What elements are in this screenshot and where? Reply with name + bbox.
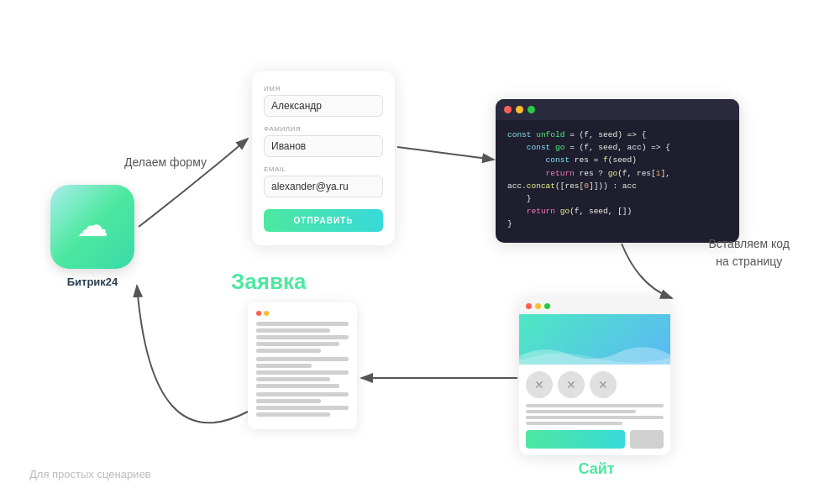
zd-red bbox=[256, 311, 261, 316]
site-icons: ✕ ✕ ✕ bbox=[526, 371, 664, 398]
site-dot-green bbox=[544, 303, 550, 309]
zayavka-card bbox=[248, 302, 357, 429]
line-w60-1 bbox=[256, 364, 312, 368]
zayavka-lines-1 bbox=[256, 322, 349, 353]
site-btn-gray bbox=[630, 430, 664, 449]
bitrix-label: Битрик24 bbox=[50, 276, 134, 288]
cloud-icon: ☁ bbox=[76, 209, 108, 241]
site-btn-green bbox=[526, 430, 625, 449]
line-w70-2 bbox=[256, 399, 321, 403]
line-w80-2 bbox=[256, 377, 330, 381]
code-titlebar bbox=[496, 99, 739, 120]
vstavlyaem-kod-label: Вставляем кодна страницу bbox=[709, 235, 790, 270]
line-full-4 bbox=[256, 370, 349, 375]
site-dot-red bbox=[526, 303, 532, 309]
line-w90-1 bbox=[256, 342, 339, 346]
line-full-1 bbox=[256, 322, 349, 326]
site-header-image bbox=[519, 314, 670, 365]
delaem-formu-label: Делаем форму bbox=[124, 155, 207, 169]
submit-button[interactable]: ОТПРАВИТЬ bbox=[264, 209, 383, 232]
code-line-7: return go(f, seed, []) bbox=[507, 205, 727, 218]
line-full-6 bbox=[256, 406, 349, 410]
zayavka-dots bbox=[256, 311, 349, 316]
zayavka-label: Заявка bbox=[231, 269, 306, 295]
zayavka-lines-2 bbox=[256, 357, 349, 388]
code-content: const unfold = (f, seed) => { const go =… bbox=[496, 120, 739, 243]
site-label: Сайт bbox=[554, 460, 638, 478]
code-line-2: const go = (f, seed, acc) => { bbox=[507, 141, 727, 154]
code-line-5: acc.concat([res[0]])) : acc bbox=[507, 180, 727, 192]
site-dot-yellow bbox=[535, 303, 541, 309]
code-line-3: const res = f(seed) bbox=[507, 154, 727, 166]
zayavka-lines-3 bbox=[256, 392, 349, 417]
site-line-2 bbox=[526, 410, 636, 413]
site-line-3 bbox=[526, 416, 664, 419]
email-label: EMAIL bbox=[264, 165, 383, 173]
code-line-1: const unfold = (f, seed) => { bbox=[507, 129, 727, 141]
dot-green bbox=[528, 106, 535, 113]
site-lines bbox=[526, 404, 664, 425]
surname-label: ФАМИЛИЯ bbox=[264, 125, 383, 133]
email-input[interactable] bbox=[264, 176, 383, 197]
name-label: ИМЯ bbox=[264, 85, 383, 92]
name-field: ИМЯ bbox=[264, 85, 383, 117]
line-full-3 bbox=[256, 357, 349, 361]
code-line-6: } bbox=[507, 192, 727, 205]
site-icon-3: ✕ bbox=[590, 371, 617, 398]
surname-field: ФАМИЛИЯ bbox=[264, 125, 383, 157]
site-wave-svg bbox=[519, 339, 670, 365]
code-card: const unfold = (f, seed) => { const go =… bbox=[496, 99, 739, 243]
dlya-prostykh-label: Для простых сценариев bbox=[29, 468, 151, 480]
site-titlebar bbox=[519, 298, 670, 314]
surname-input[interactable] bbox=[264, 135, 383, 157]
form-card: ИМЯ ФАМИЛИЯ EMAIL ОТПРАВИТЬ bbox=[252, 71, 395, 245]
site-line-1 bbox=[526, 404, 664, 407]
svg-line-2 bbox=[397, 147, 494, 160]
code-line-4: return res ? go(f, res[1], bbox=[507, 167, 727, 180]
bitrix-icon: ☁ bbox=[50, 185, 134, 269]
site-line-4 bbox=[526, 422, 622, 425]
dot-yellow bbox=[516, 106, 523, 113]
line-full-5 bbox=[256, 392, 349, 396]
name-input[interactable] bbox=[264, 95, 383, 117]
line-w90-2 bbox=[256, 384, 339, 388]
site-body: ✕ ✕ ✕ bbox=[519, 365, 670, 455]
email-field: EMAIL bbox=[264, 165, 383, 197]
site-icon-2: ✕ bbox=[558, 371, 585, 398]
line-w80-1 bbox=[256, 328, 330, 333]
code-line-8: } bbox=[507, 218, 727, 230]
line-full-2 bbox=[256, 335, 349, 339]
site-card: ✕ ✕ ✕ bbox=[519, 298, 670, 455]
line-w70-1 bbox=[256, 349, 321, 353]
dot-red bbox=[504, 106, 512, 113]
line-w80-3 bbox=[256, 412, 330, 417]
site-buttons bbox=[526, 430, 664, 449]
zd-yellow bbox=[264, 311, 269, 316]
site-icon-1: ✕ bbox=[526, 371, 553, 398]
